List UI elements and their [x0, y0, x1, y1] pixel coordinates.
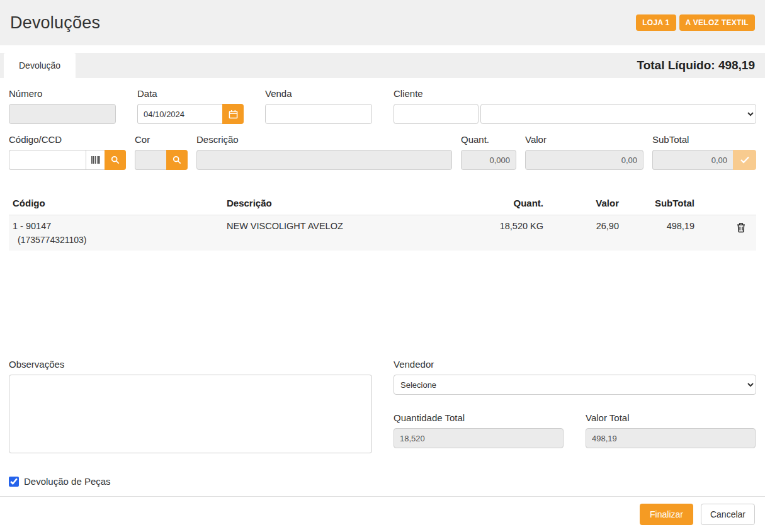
- cor-search-button[interactable]: [166, 150, 188, 170]
- delete-item-button[interactable]: [735, 221, 747, 234]
- items-table-header-row: Código Descrição Quant. Valor SubTotal: [9, 193, 756, 215]
- quant-field: Quant.: [461, 134, 516, 170]
- codigo-field: Código/CCD: [9, 134, 126, 170]
- devolucao-pecas-checkbox[interactable]: [9, 477, 19, 487]
- codigo-input[interactable]: [9, 150, 86, 170]
- company-badge[interactable]: A VELOZ TEXTIL: [679, 14, 755, 31]
- page-header: Devoluções LOJA 1 A VELOZ TEXTIL: [0, 0, 765, 45]
- table-row: 1 - 90147 (1735774321103) NEW VISCOLIGHT…: [9, 215, 756, 251]
- check-icon: [740, 156, 749, 164]
- devolucao-pecas-row[interactable]: Devolução de Peças: [9, 476, 111, 487]
- observacoes-field: Observações: [9, 359, 372, 456]
- codigo-search-button[interactable]: [105, 150, 126, 170]
- quant-label: Quant.: [461, 134, 516, 145]
- cliente-input-group: [394, 104, 756, 124]
- cell-subtotal: 498,19: [623, 215, 698, 251]
- cliente-field: Cliente: [394, 88, 756, 124]
- cor-input: [135, 150, 166, 170]
- devolucao-pecas-label: Devolução de Peças: [24, 476, 111, 487]
- subtotal-input-group: [652, 150, 756, 170]
- venda-input[interactable]: [265, 104, 372, 124]
- cell-descricao: NEW VISCOLIGHT AVELOZ: [223, 215, 475, 251]
- cell-quant: 18,520 KG: [475, 215, 547, 251]
- valor-total-field: Valor Total: [586, 412, 756, 448]
- item-code-sub: (1735774321103): [13, 235, 219, 245]
- form-row-item: Código/CCD: [9, 134, 756, 170]
- header-spacer: [0, 45, 765, 53]
- quantidade-total-field: Quantidade Total: [394, 412, 564, 448]
- col-header-descricao: Descrição: [223, 193, 475, 215]
- item-code: 1 - 90147: [13, 221, 51, 231]
- subtotal-field: SubTotal: [652, 134, 756, 170]
- cell-valor: 26,90: [547, 215, 623, 251]
- total-liquido-label: Total Líquido: 498,19: [637, 59, 755, 72]
- descricao-field: Descrição: [196, 134, 452, 170]
- venda-field: Venda: [265, 88, 372, 124]
- data-field: Data: [137, 88, 244, 124]
- search-icon: [173, 156, 181, 164]
- form-row-top: Número Data: [9, 88, 756, 124]
- numero-label: Número: [9, 88, 116, 99]
- vendedor-label: Vendedor: [394, 359, 756, 370]
- vendedor-totals: Vendedor Selecione Quantidade Total Valo…: [394, 359, 756, 456]
- cell-codigo: 1 - 90147 (1735774321103): [9, 215, 223, 251]
- valor-label: Valor: [525, 134, 643, 145]
- store-badge[interactable]: LOJA 1: [636, 14, 676, 31]
- cliente-select[interactable]: [480, 104, 756, 124]
- trash-icon: [736, 222, 746, 233]
- footer-actions: Finalizar Cancelar: [0, 496, 765, 532]
- cell-actions: [698, 215, 756, 251]
- calendar-icon: [229, 110, 238, 119]
- numero-field: Número: [9, 88, 116, 124]
- page-title: Devoluções: [10, 13, 100, 33]
- subtotal-label: SubTotal: [652, 134, 756, 145]
- subtotal-input: [652, 150, 733, 170]
- totals-row: Quantidade Total Valor Total: [394, 412, 756, 448]
- data-label: Data: [137, 88, 244, 99]
- search-icon: [111, 156, 120, 164]
- valor-total-input: [586, 428, 756, 448]
- cliente-label: Cliente: [394, 88, 756, 99]
- quantidade-total-input: [394, 428, 564, 448]
- observacoes-label: Observações: [9, 359, 372, 370]
- descricao-label: Descrição: [196, 134, 452, 145]
- barcode-button[interactable]: [86, 150, 105, 170]
- descricao-input: [196, 150, 452, 170]
- valor-total-label: Valor Total: [586, 412, 756, 423]
- col-header-actions: [698, 193, 756, 215]
- devolucoes-page: Devoluções LOJA 1 A VELOZ TEXTIL Devoluç…: [0, 0, 765, 532]
- items-table: Código Descrição Quant. Valor SubTotal 1…: [9, 193, 756, 251]
- col-header-codigo: Código: [9, 193, 223, 215]
- total-liquido: Total Líquido: 498,19: [637, 53, 765, 78]
- tab-strip: Devolução Total Líquido: 498,19: [0, 53, 765, 78]
- numero-input: [9, 104, 116, 124]
- codigo-input-group: [9, 150, 126, 170]
- vendedor-select[interactable]: Selecione: [394, 375, 756, 395]
- bottom-section: Observações Vendedor Selecione Quantidad…: [9, 359, 756, 456]
- col-header-quant: Quant.: [475, 193, 547, 215]
- cor-input-group: [135, 150, 188, 170]
- quant-input: [461, 150, 516, 170]
- data-input[interactable]: [137, 104, 222, 124]
- valor-field: Valor: [525, 134, 643, 170]
- venda-label: Venda: [265, 88, 372, 99]
- quantidade-total-label: Quantidade Total: [394, 412, 564, 423]
- codigo-label: Código/CCD: [9, 134, 126, 145]
- cor-field: Cor: [135, 134, 188, 170]
- calendar-button[interactable]: [222, 104, 244, 124]
- cliente-input[interactable]: [394, 104, 479, 124]
- observacoes-textarea[interactable]: [9, 375, 372, 453]
- tab-devolucao-label: Devolução: [19, 60, 60, 71]
- cancelar-button[interactable]: Cancelar: [701, 504, 755, 525]
- data-input-group: [137, 104, 244, 124]
- tab-devolucao[interactable]: Devolução: [4, 53, 76, 78]
- col-header-valor: Valor: [547, 193, 623, 215]
- cor-label: Cor: [135, 134, 188, 145]
- col-header-subtotal: SubTotal: [623, 193, 698, 215]
- confirm-item-button[interactable]: [733, 150, 756, 170]
- barcode-icon: [91, 156, 100, 164]
- return-form: Número Data: [0, 78, 765, 496]
- valor-input: [525, 150, 643, 170]
- header-badges: LOJA 1 A VELOZ TEXTIL: [636, 14, 755, 31]
- finalizar-button[interactable]: Finalizar: [640, 504, 693, 525]
